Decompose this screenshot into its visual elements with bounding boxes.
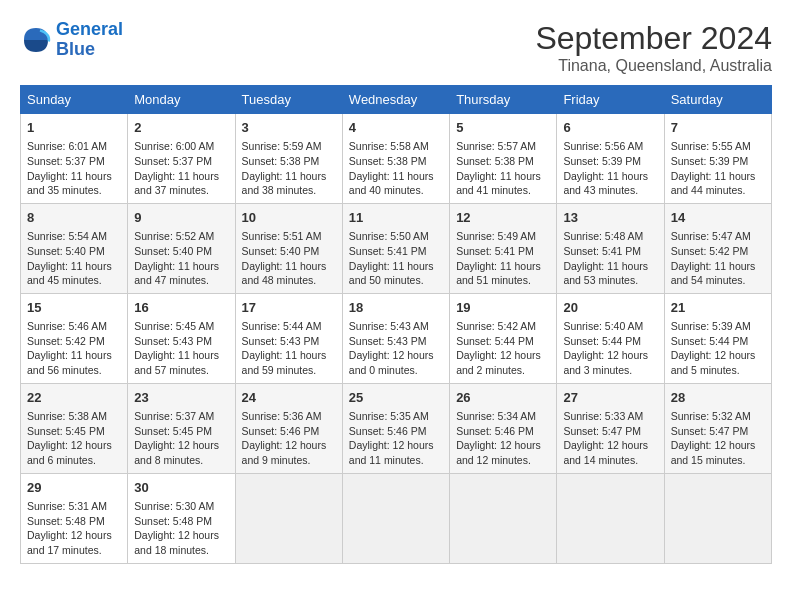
day-info: Sunrise: 5:33 AM Sunset: 5:47 PM Dayligh…	[563, 409, 657, 468]
week-row-4: 22Sunrise: 5:38 AM Sunset: 5:45 PM Dayli…	[21, 383, 772, 473]
logo-text: General Blue	[56, 20, 123, 60]
day-number: 3	[242, 119, 336, 137]
calendar-table: SundayMondayTuesdayWednesdayThursdayFrid…	[20, 85, 772, 564]
day-info: Sunrise: 5:40 AM Sunset: 5:44 PM Dayligh…	[563, 319, 657, 378]
day-info: Sunrise: 5:56 AM Sunset: 5:39 PM Dayligh…	[563, 139, 657, 198]
calendar-cell: 21Sunrise: 5:39 AM Sunset: 5:44 PM Dayli…	[664, 293, 771, 383]
header-tuesday: Tuesday	[235, 86, 342, 114]
day-info: Sunrise: 5:38 AM Sunset: 5:45 PM Dayligh…	[27, 409, 121, 468]
day-number: 4	[349, 119, 443, 137]
calendar-cell: 9Sunrise: 5:52 AM Sunset: 5:40 PM Daylig…	[128, 203, 235, 293]
day-number: 27	[563, 389, 657, 407]
day-number: 10	[242, 209, 336, 227]
day-number: 2	[134, 119, 228, 137]
calendar-cell: 22Sunrise: 5:38 AM Sunset: 5:45 PM Dayli…	[21, 383, 128, 473]
week-row-2: 8Sunrise: 5:54 AM Sunset: 5:40 PM Daylig…	[21, 203, 772, 293]
day-number: 30	[134, 479, 228, 497]
calendar-cell: 19Sunrise: 5:42 AM Sunset: 5:44 PM Dayli…	[450, 293, 557, 383]
day-number: 7	[671, 119, 765, 137]
day-number: 15	[27, 299, 121, 317]
day-number: 29	[27, 479, 121, 497]
calendar-cell: 23Sunrise: 5:37 AM Sunset: 5:45 PM Dayli…	[128, 383, 235, 473]
calendar-cell: 1Sunrise: 6:01 AM Sunset: 5:37 PM Daylig…	[21, 114, 128, 204]
calendar-cell: 20Sunrise: 5:40 AM Sunset: 5:44 PM Dayli…	[557, 293, 664, 383]
day-info: Sunrise: 5:46 AM Sunset: 5:42 PM Dayligh…	[27, 319, 121, 378]
day-info: Sunrise: 5:52 AM Sunset: 5:40 PM Dayligh…	[134, 229, 228, 288]
calendar-cell	[664, 473, 771, 563]
day-info: Sunrise: 5:47 AM Sunset: 5:42 PM Dayligh…	[671, 229, 765, 288]
calendar-cell: 26Sunrise: 5:34 AM Sunset: 5:46 PM Dayli…	[450, 383, 557, 473]
calendar-cell: 2Sunrise: 6:00 AM Sunset: 5:37 PM Daylig…	[128, 114, 235, 204]
day-number: 21	[671, 299, 765, 317]
week-row-1: 1Sunrise: 6:01 AM Sunset: 5:37 PM Daylig…	[21, 114, 772, 204]
calendar-cell	[557, 473, 664, 563]
day-number: 26	[456, 389, 550, 407]
day-info: Sunrise: 5:55 AM Sunset: 5:39 PM Dayligh…	[671, 139, 765, 198]
day-number: 22	[27, 389, 121, 407]
calendar-cell: 14Sunrise: 5:47 AM Sunset: 5:42 PM Dayli…	[664, 203, 771, 293]
header-saturday: Saturday	[664, 86, 771, 114]
day-info: Sunrise: 6:00 AM Sunset: 5:37 PM Dayligh…	[134, 139, 228, 198]
logo: General Blue	[20, 20, 123, 60]
day-info: Sunrise: 5:49 AM Sunset: 5:41 PM Dayligh…	[456, 229, 550, 288]
day-info: Sunrise: 5:57 AM Sunset: 5:38 PM Dayligh…	[456, 139, 550, 198]
calendar-cell: 15Sunrise: 5:46 AM Sunset: 5:42 PM Dayli…	[21, 293, 128, 383]
calendar-cell: 3Sunrise: 5:59 AM Sunset: 5:38 PM Daylig…	[235, 114, 342, 204]
day-info: Sunrise: 5:48 AM Sunset: 5:41 PM Dayligh…	[563, 229, 657, 288]
day-info: Sunrise: 5:36 AM Sunset: 5:46 PM Dayligh…	[242, 409, 336, 468]
day-number: 24	[242, 389, 336, 407]
page-header: General Blue September 2024 Tinana, Quee…	[20, 20, 772, 75]
day-info: Sunrise: 5:31 AM Sunset: 5:48 PM Dayligh…	[27, 499, 121, 558]
day-info: Sunrise: 5:43 AM Sunset: 5:43 PM Dayligh…	[349, 319, 443, 378]
calendar-cell: 18Sunrise: 5:43 AM Sunset: 5:43 PM Dayli…	[342, 293, 449, 383]
calendar-cell: 13Sunrise: 5:48 AM Sunset: 5:41 PM Dayli…	[557, 203, 664, 293]
header-monday: Monday	[128, 86, 235, 114]
header-friday: Friday	[557, 86, 664, 114]
week-row-3: 15Sunrise: 5:46 AM Sunset: 5:42 PM Dayli…	[21, 293, 772, 383]
calendar-cell: 5Sunrise: 5:57 AM Sunset: 5:38 PM Daylig…	[450, 114, 557, 204]
day-info: Sunrise: 5:39 AM Sunset: 5:44 PM Dayligh…	[671, 319, 765, 378]
day-info: Sunrise: 5:45 AM Sunset: 5:43 PM Dayligh…	[134, 319, 228, 378]
calendar-cell: 8Sunrise: 5:54 AM Sunset: 5:40 PM Daylig…	[21, 203, 128, 293]
day-info: Sunrise: 5:42 AM Sunset: 5:44 PM Dayligh…	[456, 319, 550, 378]
day-info: Sunrise: 5:50 AM Sunset: 5:41 PM Dayligh…	[349, 229, 443, 288]
day-info: Sunrise: 5:32 AM Sunset: 5:47 PM Dayligh…	[671, 409, 765, 468]
header-thursday: Thursday	[450, 86, 557, 114]
day-info: Sunrise: 5:35 AM Sunset: 5:46 PM Dayligh…	[349, 409, 443, 468]
day-number: 8	[27, 209, 121, 227]
day-info: Sunrise: 5:54 AM Sunset: 5:40 PM Dayligh…	[27, 229, 121, 288]
day-info: Sunrise: 5:44 AM Sunset: 5:43 PM Dayligh…	[242, 319, 336, 378]
day-number: 16	[134, 299, 228, 317]
calendar-cell	[450, 473, 557, 563]
day-info: Sunrise: 5:51 AM Sunset: 5:40 PM Dayligh…	[242, 229, 336, 288]
day-number: 23	[134, 389, 228, 407]
day-number: 9	[134, 209, 228, 227]
calendar-cell: 4Sunrise: 5:58 AM Sunset: 5:38 PM Daylig…	[342, 114, 449, 204]
day-number: 12	[456, 209, 550, 227]
location-subtitle: Tinana, Queensland, Australia	[535, 57, 772, 75]
calendar-cell	[342, 473, 449, 563]
day-info: Sunrise: 5:59 AM Sunset: 5:38 PM Dayligh…	[242, 139, 336, 198]
calendar-cell: 6Sunrise: 5:56 AM Sunset: 5:39 PM Daylig…	[557, 114, 664, 204]
header-row: SundayMondayTuesdayWednesdayThursdayFrid…	[21, 86, 772, 114]
calendar-cell	[235, 473, 342, 563]
day-info: Sunrise: 5:37 AM Sunset: 5:45 PM Dayligh…	[134, 409, 228, 468]
day-number: 28	[671, 389, 765, 407]
day-number: 11	[349, 209, 443, 227]
calendar-cell: 12Sunrise: 5:49 AM Sunset: 5:41 PM Dayli…	[450, 203, 557, 293]
day-info: Sunrise: 5:30 AM Sunset: 5:48 PM Dayligh…	[134, 499, 228, 558]
day-number: 14	[671, 209, 765, 227]
month-title: September 2024	[535, 20, 772, 57]
week-row-5: 29Sunrise: 5:31 AM Sunset: 5:48 PM Dayli…	[21, 473, 772, 563]
day-info: Sunrise: 6:01 AM Sunset: 5:37 PM Dayligh…	[27, 139, 121, 198]
calendar-cell: 17Sunrise: 5:44 AM Sunset: 5:43 PM Dayli…	[235, 293, 342, 383]
logo-icon	[20, 24, 52, 56]
calendar-cell: 10Sunrise: 5:51 AM Sunset: 5:40 PM Dayli…	[235, 203, 342, 293]
calendar-cell: 29Sunrise: 5:31 AM Sunset: 5:48 PM Dayli…	[21, 473, 128, 563]
day-number: 5	[456, 119, 550, 137]
day-number: 25	[349, 389, 443, 407]
title-area: September 2024 Tinana, Queensland, Austr…	[535, 20, 772, 75]
day-info: Sunrise: 5:34 AM Sunset: 5:46 PM Dayligh…	[456, 409, 550, 468]
day-number: 13	[563, 209, 657, 227]
calendar-cell: 27Sunrise: 5:33 AM Sunset: 5:47 PM Dayli…	[557, 383, 664, 473]
